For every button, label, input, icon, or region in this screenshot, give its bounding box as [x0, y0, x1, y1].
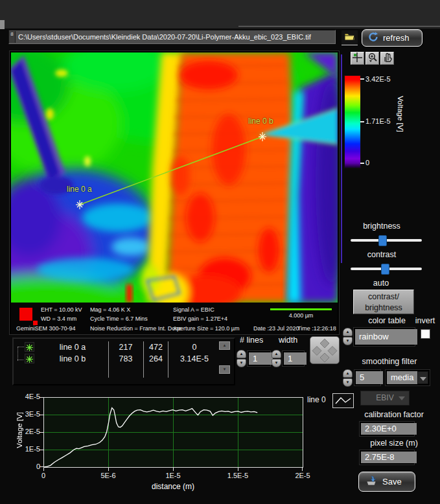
table-row-y[interactable]: 472 [145, 343, 167, 352]
info-signal: Signal A = EBIC [173, 306, 214, 313]
spin-down-icon[interactable]: ▼ [343, 337, 353, 345]
contrast-brightness-button[interactable]: contrast/ brightness [353, 290, 414, 314]
file-path-input[interactable]: C:\Users\stduser\Documents\Kleindiek Dat… [8, 30, 336, 44]
table-divider [168, 341, 168, 378]
info-mag: Mag = 4.06 K X [90, 306, 130, 313]
colorbar[interactable] [344, 75, 361, 168]
save-label: Save [382, 477, 402, 487]
info-aperture: Aperture Size = 120.0 µm [173, 325, 240, 332]
table-row-value[interactable]: 3.14E-5 [170, 354, 219, 363]
line-point-icon[interactable] [25, 354, 34, 363]
colorbar-tick [360, 78, 364, 80]
width-input[interactable]: 1 [284, 352, 307, 365]
spin-down-icon[interactable]: ▼ [237, 359, 246, 367]
title-strip [0, 0, 440, 29]
x-tick-label: 0 [29, 472, 58, 479]
calibration-factor-input[interactable]: 2.30E+0 [361, 423, 417, 435]
x-tick [238, 468, 238, 471]
table-scroll-up-button[interactable]: ▲ [219, 341, 230, 350]
folder-icon [344, 32, 356, 43]
info-system: GeminiSEM 300-70-94 [16, 325, 76, 332]
width-label: width [279, 336, 297, 345]
table-row-value[interactable]: 0 [170, 343, 219, 352]
spin-down-icon[interactable]: ▼ [272, 359, 281, 367]
y-tick-label: 2E-5 [18, 428, 40, 435]
cursor-tool-button[interactable] [351, 52, 364, 65]
profile-trace [44, 408, 257, 467]
table-row-y[interactable]: 264 [145, 354, 167, 363]
tree-connector [17, 347, 24, 361]
colorbar-tick [360, 121, 364, 122]
num-lines-label: # lines [240, 336, 263, 345]
chevron-down-icon [399, 396, 405, 400]
colorbar-mid-label: 1.71E-5 [365, 117, 391, 125]
smoothing-mode-dropdown[interactable]: media [387, 371, 421, 384]
colorbar-min-label: 0 [365, 159, 369, 166]
pixel-size-input[interactable]: 2.75E-8 [361, 452, 417, 463]
contrast-slider-thumb[interactable] [381, 264, 389, 275]
cb-button-line2: brightness [354, 303, 413, 314]
x-tick [302, 468, 303, 471]
table-row-name[interactable]: line 0 b [40, 354, 105, 363]
ebic-analyzer-window: C:\Users\stduser\Documents\Kleindiek Dat… [0, 0, 440, 504]
refresh-button[interactable]: refresh [362, 29, 423, 47]
spin-up-icon[interactable]: ▲ [343, 328, 353, 336]
edge-tab [0, 20, 5, 29]
colorbar-max-label: 3.42E-5 [365, 75, 391, 83]
save-button[interactable]: Save [358, 472, 415, 492]
info-wd: WD = 3.4 mm [41, 315, 76, 322]
num-lines-input[interactable]: 1 [249, 352, 273, 365]
zoom-tool-button[interactable] [365, 52, 379, 65]
pixel-size-label: pixel size (m) [349, 439, 439, 448]
spin-down-icon[interactable]: ▼ [343, 378, 353, 387]
chart-legend-style-box[interactable] [332, 393, 354, 408]
smoothing-mode-arrow-button[interactable] [417, 371, 428, 384]
pan-tool-button[interactable] [380, 52, 394, 65]
table-scroll-down-button[interactable]: ▼ [219, 365, 230, 374]
x-tick [108, 468, 109, 471]
y-tick [40, 450, 43, 450]
y-tick [40, 415, 43, 415]
brightness-slider-thumb[interactable] [378, 235, 387, 246]
line-a-annotation[interactable]: line 0 a [67, 185, 92, 194]
line-point-icon[interactable] [25, 342, 34, 352]
auto-label: auto [367, 279, 395, 288]
table-row-name[interactable]: line 0 a [40, 343, 105, 352]
smoothing-spinner[interactable]: ▲ ▼ [343, 369, 353, 387]
x-tick-label: 2E-5 [288, 472, 317, 479]
spin-up-icon[interactable]: ▲ [237, 350, 246, 358]
smoothing-filter-label: smoothing filter [344, 357, 435, 366]
color-table-spinner[interactable]: ▲ ▼ [343, 328, 353, 346]
table-row-x[interactable]: 783 [110, 354, 141, 363]
y-tick [40, 397, 43, 398]
tree-connector [17, 360, 23, 361]
y-tick-label: 4E-5 [18, 393, 40, 400]
brightness-label: brightness [357, 222, 406, 231]
chevron-down-icon [420, 377, 426, 381]
x-tick-label: 1E-5 [159, 472, 187, 479]
calibration-factor-label: calibration factor [349, 410, 439, 419]
table-divider [143, 341, 144, 378]
refresh-icon [368, 32, 378, 44]
crosshair-icon [353, 52, 362, 65]
line-b-annotation[interactable]: line 0 b [248, 117, 273, 126]
spin-up-icon[interactable]: ▲ [272, 350, 281, 358]
line-position-pad-button[interactable] [310, 336, 340, 364]
y-tick-label: 1E-5 [18, 445, 40, 453]
width-spinner[interactable]: ▲ ▼ [272, 350, 281, 368]
browse-folder-button[interactable] [342, 30, 358, 45]
smoothing-value-input[interactable]: 5 [356, 371, 383, 384]
panel-edge-line [341, 54, 342, 263]
spin-up-icon[interactable]: ▲ [343, 369, 353, 378]
contrast-label: contrast [358, 250, 405, 259]
ebic-color-map[interactable]: line 0 a line 0 b [11, 52, 338, 303]
signal-mode-dropdown[interactable]: EBIV [360, 391, 410, 406]
x-tick-label: 1.5E-5 [224, 472, 252, 479]
x-tick-label: 5E-6 [94, 472, 122, 479]
color-table-dropdown[interactable]: rainbow [355, 329, 417, 345]
cb-button-line1: contrast/ [354, 292, 413, 303]
table-row-x[interactable]: 217 [110, 343, 141, 352]
invert-checkbox[interactable] [421, 329, 430, 339]
num-lines-spinner[interactable]: ▲ ▼ [237, 350, 246, 368]
save-icon [365, 475, 377, 488]
